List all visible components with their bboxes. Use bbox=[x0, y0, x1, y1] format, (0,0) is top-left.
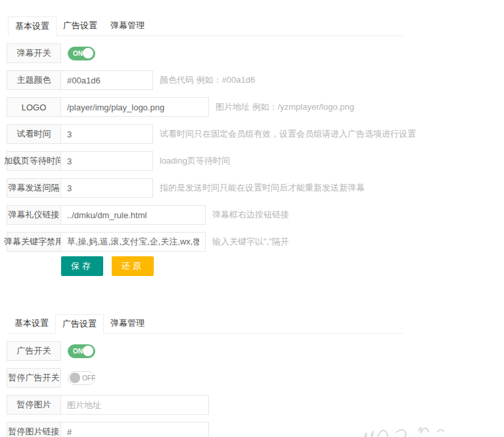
field-hint: 指的是发送时间只能在设置时间后才能重新发送新弹幕 bbox=[160, 182, 365, 194]
tab-ad-settings[interactable]: 广告设置 bbox=[55, 314, 104, 334]
toggle-state-label: ON bbox=[73, 50, 83, 57]
field-hint: 颜色代码 例如：#00a1d6 bbox=[160, 74, 255, 86]
form-row-ad-switch: 广告开关 ON bbox=[7, 341, 504, 361]
pause-ad-switch-toggle[interactable]: OFF bbox=[68, 371, 95, 385]
field-label: 试看时间 bbox=[7, 124, 61, 144]
form-row-danmaku-interval: 弹幕发送间隔 指的是发送时间只能在设置时间后才能重新发送新弹幕 bbox=[7, 178, 504, 198]
ad-switch-toggle[interactable]: ON bbox=[68, 344, 95, 358]
form-row-danmaku-rule-link: 弹幕礼仪链接 弹幕框右边按钮链接 bbox=[7, 205, 504, 225]
pause-image-input[interactable] bbox=[60, 395, 209, 415]
danmaku-keywords-input[interactable] bbox=[60, 232, 206, 252]
form-row-pause-ad-switch: 暂停广告开关 OFF bbox=[7, 368, 504, 388]
restore-button[interactable]: 还原 bbox=[112, 256, 154, 276]
field-hint: 弹幕框右边按钮链接 bbox=[212, 209, 289, 221]
field-label: 弹幕礼仪链接 bbox=[7, 205, 61, 225]
form-row-preview-time: 试看时间 试看时间只在固定会员组有效，设置会员组请进入广告选项进行设置 bbox=[7, 124, 504, 144]
tabbar-basic: 基本设置 广告设置 弹幕管理 bbox=[8, 16, 403, 36]
form-row-logo: LOGO 图片地址 例如：/yzmplayer/logo.png bbox=[7, 97, 504, 117]
field-label: LOGO bbox=[7, 97, 61, 117]
form-row-loading-wait: 加载页等待时间 loading页等待时间 bbox=[7, 151, 504, 171]
field-label: 暂停图片 bbox=[7, 395, 61, 415]
form-row-pause-image-link: 暂停图片链接 bbox=[7, 422, 504, 437]
player-settings-page: 基本设置 广告设置 弹幕管理 弹幕开关 ON 主题颜色 颜色代码 例如：#00a… bbox=[0, 0, 504, 437]
field-hint: 图片地址 例如：/yzmplayer/logo.png bbox=[216, 101, 354, 113]
form-row-danmaku-keywords: 弹幕关键字禁用 输入关键字以","隔开 bbox=[7, 232, 504, 252]
toggle-state-label: OFF bbox=[82, 375, 95, 382]
tab-basic-settings[interactable]: 基本设置 bbox=[8, 16, 57, 36]
toggle-state-label: ON bbox=[73, 348, 83, 355]
tabbar-ad: 基本设置 广告设置 弹幕管理 bbox=[8, 313, 403, 334]
field-label: 加载页等待时间 bbox=[7, 151, 61, 171]
field-label: 暂停广告开关 bbox=[7, 368, 61, 388]
theme-color-input[interactable] bbox=[60, 70, 153, 90]
field-label: 暂停图片链接 bbox=[7, 422, 61, 437]
tab-basic-settings[interactable]: 基本设置 bbox=[8, 313, 55, 333]
field-label: 主题颜色 bbox=[7, 70, 61, 90]
danmaku-switch-toggle[interactable]: ON bbox=[68, 47, 95, 60]
form-row-danmaku-switch: 弹幕开关 ON bbox=[7, 43, 504, 63]
logo-input[interactable] bbox=[60, 97, 209, 117]
form-row-theme-color: 主题颜色 颜色代码 例如：#00a1d6 bbox=[7, 70, 504, 90]
pause-image-link-input[interactable] bbox=[60, 422, 209, 437]
tab-ad-settings[interactable]: 广告设置 bbox=[57, 16, 104, 35]
field-label: 弹幕开关 bbox=[7, 43, 61, 63]
ad-settings-panel: 基本设置 广告设置 弹幕管理 广告开关 ON 暂停广告开关 OFF 暂停图片 暂… bbox=[0, 276, 504, 437]
field-label: 弹幕发送间隔 bbox=[7, 178, 61, 198]
form-row-pause-image: 暂停图片 bbox=[7, 395, 504, 415]
field-hint: 输入关键字以","隔开 bbox=[212, 236, 289, 248]
tab-danmaku-management[interactable]: 弹幕管理 bbox=[104, 16, 151, 35]
save-button[interactable]: 保存 bbox=[61, 256, 103, 276]
toggle-knob bbox=[70, 373, 80, 383]
toggle-knob bbox=[83, 48, 93, 58]
form-actions: 保存 还原 bbox=[61, 256, 504, 276]
danmaku-rule-link-input[interactable] bbox=[60, 205, 206, 225]
tab-danmaku-management[interactable]: 弹幕管理 bbox=[104, 313, 151, 333]
toggle-knob bbox=[83, 346, 93, 356]
field-label: 广告开关 bbox=[7, 341, 61, 361]
preview-time-input[interactable] bbox=[60, 124, 153, 144]
basic-settings-panel: 基本设置 广告设置 弹幕管理 弹幕开关 ON 主题颜色 颜色代码 例如：#00a… bbox=[0, 0, 504, 276]
field-hint: 试看时间只在固定会员组有效，设置会员组请进入广告选项进行设置 bbox=[160, 128, 416, 140]
loading-wait-input[interactable] bbox=[60, 151, 153, 171]
field-label: 弹幕关键字禁用 bbox=[7, 232, 61, 252]
danmaku-interval-input[interactable] bbox=[60, 178, 153, 198]
field-hint: loading页等待时间 bbox=[160, 155, 230, 167]
